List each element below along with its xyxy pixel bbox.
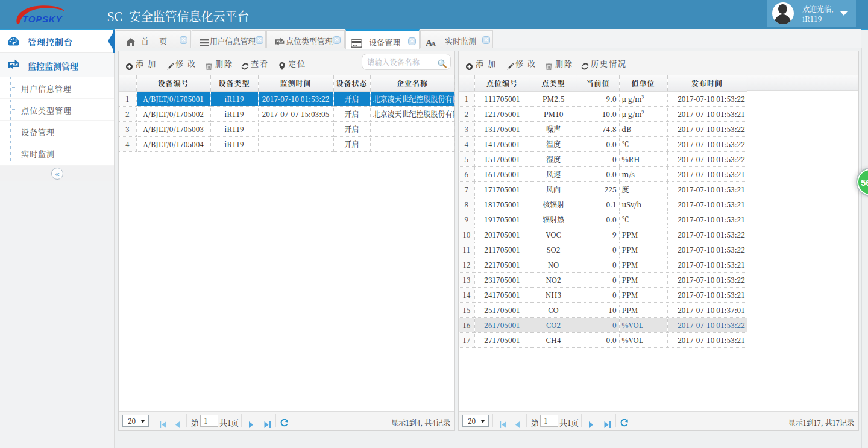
svg-text:TOPSKY: TOPSKY	[22, 14, 63, 24]
svg-text:A: A	[431, 40, 436, 46]
